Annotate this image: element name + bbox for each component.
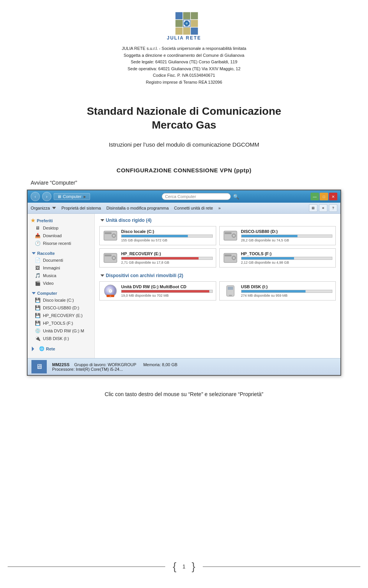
svg-rect-2 [191, 12, 198, 19]
disk-e[interactable]: HP_RECOVERY (E:) 2,71 GB disponibile su … [99, 248, 216, 268]
path-arrow: ► [83, 195, 87, 199]
disk-c[interactable]: Disco locale (C:) 155 GB disponibile su … [99, 226, 216, 245]
sidebar-item-download[interactable]: 📥 Download [29, 232, 93, 239]
disk-e-icon [103, 251, 118, 265]
help-button[interactable]: ? [329, 204, 337, 212]
disk-e-info: HP_RECOVERY (E:) 2,71 GB disponibile su … [121, 251, 213, 264]
sidebar-item-f-drive[interactable]: 💾 HP_TOOLS (F:) [29, 319, 93, 327]
i-drive-icon: 🔌 [34, 335, 41, 342]
sidebar-item-documenti[interactable]: 📄 Documenti [29, 256, 93, 264]
toolbar-uninstall[interactable]: Disinstalla o modifica programma [106, 206, 169, 210]
caption-text: Clic con tasto destro del mouse su “Rete… [105, 391, 263, 397]
change-view-button[interactable]: ⊞ [309, 204, 317, 212]
main-title: Standard Nazionale di Comunicazione Merc… [87, 104, 281, 132]
svg-rect-21 [105, 254, 112, 256]
raccolte-expand-icon [32, 252, 36, 254]
close-button[interactable]: ✕ [329, 193, 337, 200]
svg-rect-25 [225, 254, 232, 256]
video-icon: 🎬 [34, 280, 41, 286]
maximize-button[interactable]: □ [320, 193, 328, 200]
disk-i-info: USB DISK (I:) 274 MB disponibile su 959 … [241, 284, 333, 297]
page-number: 1 [182, 563, 186, 570]
win-controls: — □ ✕ [310, 193, 337, 200]
subtitle: Istruzioni per l’uso del modulo di comun… [87, 141, 281, 148]
forward-button[interactable]: › [42, 192, 51, 201]
disk-d-fill [242, 235, 298, 237]
sidebar-item-c-drive[interactable]: 💾 Disco locale (C:) [29, 296, 93, 304]
minimize-button[interactable]: — [310, 193, 319, 200]
disk-g[interactable]: 22 Unità DVD RW (G:) MultiBoot CD 19,0 M… [99, 281, 216, 301]
header-line6: Registro imprese di Teramo REA 132096 [122, 79, 246, 86]
pc-icon: 🖥 [31, 360, 47, 373]
organize-dropdown-icon [52, 207, 56, 209]
removable-header: Dispositivi con archivi rimovibili (2) [99, 273, 336, 278]
right-brace: } [192, 560, 195, 573]
toolbar-connect-drive[interactable]: Connetti unità di rete [174, 206, 213, 210]
sidebar-favorites-header: ★ Preferiti [29, 217, 93, 224]
disk-d[interactable]: DISCO-USB80 (D:) 28,2 GB disponibile su … [219, 226, 336, 245]
disk-f-size: 2,12 GB disponibile su 4,98 GB [241, 261, 333, 264]
disk-g-bar [121, 290, 213, 293]
toolbar-more[interactable]: » [219, 206, 221, 210]
recent-icon: 🕐 [34, 240, 41, 246]
win-sidebar: ★ Preferiti 🖥 Desktop 📥 Download 🕐 Risor… [28, 214, 95, 358]
workgroup-text: Gruppo di lavoro: WORKGROUP [74, 362, 136, 367]
disk-i-size: 274 MB disponibile su 959 MB [241, 294, 333, 297]
documenti-icon: 📄 [34, 257, 41, 263]
favorites-icon: ★ [31, 218, 35, 223]
disk-c-name: Disco locale (C:) [121, 229, 213, 234]
disk-f-fill [242, 257, 294, 259]
statusbar-info: MM22SS Gruppo di lavoro: WORKGROUP Memor… [52, 362, 177, 372]
svg-point-5 [186, 22, 188, 25]
sidebar-item-video[interactable]: 🎬 Video [29, 279, 93, 287]
svg-rect-34 [228, 287, 233, 290]
config-section: CONFIGURAZIONE CONNESSIONE VPN (pptp) [117, 167, 251, 173]
svg-point-23 [113, 257, 115, 259]
search-input[interactable]: Cerca Computer [162, 193, 231, 200]
searchbar-area: Cerca Computer 🔍 [162, 193, 239, 200]
disk-e-bar [121, 257, 213, 260]
sidebar-favorites-section: ★ Preferiti 🖥 Desktop 📥 Download 🕐 Risor… [29, 217, 93, 247]
g-drive-icon: 💿 [34, 328, 41, 334]
download-icon: 📥 [34, 233, 41, 239]
toolbar-properties[interactable]: Proprietà del sistema [61, 206, 101, 210]
header-line2: Soggetta a direzione e coordinamento del… [122, 52, 246, 59]
sidebar-computer-section: Computer 💾 Disco locale (C:) 💾 DISCO-USB… [29, 290, 93, 342]
sidebar-item-recent[interactable]: 🕐 Risorse recenti [29, 239, 93, 247]
path-bar[interactable]: 🖥 Computer ► [54, 193, 90, 200]
disk-d-icon [223, 229, 238, 243]
e-drive-icon: 💾 [34, 312, 41, 319]
sidebar-item-desktop[interactable]: 🖥 Desktop [29, 224, 93, 232]
sidebar-item-immagini[interactable]: 🖼 Immagini [29, 264, 93, 272]
svg-text:JULIA RETE: JULIA RETE [167, 35, 201, 41]
hdd-expand-icon [100, 219, 104, 221]
disk-i-name: USB DISK (I:) [241, 284, 333, 289]
back-button[interactable]: ‹ [31, 192, 40, 201]
toolbar-organize[interactable]: Organizza [31, 206, 56, 210]
path-text: Computer [63, 194, 81, 199]
disk-c-icon [103, 229, 118, 243]
win-toolbar: Organizza Proprietà del sistema Disinsta… [28, 203, 340, 214]
header-line3: Sede legale: 64021 Giulianova (TE) Corso… [122, 59, 246, 66]
svg-rect-9 [183, 28, 190, 35]
svg-rect-13 [105, 232, 112, 234]
removable-grid: 22 Unità DVD RW (G:) MultiBoot CD 19,0 M… [99, 281, 336, 301]
disk-f[interactable]: HP_TOOLS (F:) 2,12 GB disponibile su 4,9… [219, 248, 336, 268]
sidebar-item-i-drive[interactable]: 🔌 USB DISK (I:) [29, 335, 93, 342]
disk-e-size: 2,71 GB disponibile su 17,8 GB [121, 261, 213, 264]
sidebar-item-musica[interactable]: 🎵 Musica [29, 272, 93, 279]
win-content: Unità disco rigido (4) [95, 214, 340, 358]
disk-i[interactable]: USB DISK (I:) 274 MB disponibile su 959 … [219, 281, 336, 301]
rete-expand-icon [32, 347, 36, 351]
toolbar-view-icons: ⊞ ≡ ? [309, 204, 337, 212]
footer-line-left [8, 567, 165, 567]
sidebar-item-e-drive[interactable]: 💾 HP_RECOVERY (E:) [29, 312, 93, 319]
view-list-button[interactable]: ≡ [319, 204, 327, 212]
disk-i-icon [223, 284, 238, 298]
disk-d-info: DISCO-USB80 (D:) 28,2 GB disponibile su … [241, 229, 333, 242]
svg-rect-7 [191, 20, 198, 27]
sidebar-item-g-drive[interactable]: 💿 Unità DVD RW (G:) M [29, 327, 93, 335]
processor-text: Processore: Intel(R) Core(TM) i5-24... [52, 367, 123, 372]
svg-rect-1 [183, 12, 190, 19]
sidebar-item-d-drive[interactable]: 💾 DISCO-USB80 (D:) [29, 304, 93, 312]
